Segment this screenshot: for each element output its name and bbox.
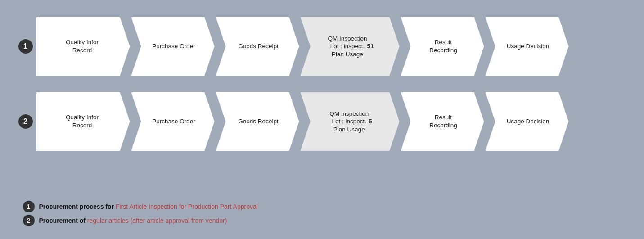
chevron-wrapper-1: Quality InforRecord Purchase Order Goods… bbox=[36, 12, 569, 81]
step-1-2: Purchase Order bbox=[131, 17, 215, 76]
step-2-3: Goods Receipt bbox=[216, 92, 299, 151]
legend-area: 1 Procurement process for First Article … bbox=[18, 197, 626, 230]
process-row-1: 1 Quality InforRecord Purchase Order Goo… bbox=[18, 12, 626, 81]
step-1-3: Goods Receipt bbox=[216, 17, 299, 76]
process-row-2: 2 Quality InforRecord Purchase Order Goo… bbox=[18, 87, 626, 157]
step-2-4: QM InspectionLot : inspect.Plan Usage 5 bbox=[301, 92, 400, 151]
legend-text-1: Procurement process for First Article In… bbox=[39, 203, 258, 210]
legend-item-2: 2 Procurement of regular articles (after… bbox=[23, 215, 621, 226]
legend-badge-1: 1 bbox=[23, 201, 35, 212]
step-1-5: ResultRecording bbox=[401, 17, 484, 76]
step-2-5: ResultRecording bbox=[401, 92, 484, 151]
diagram-container: 1 Quality InforRecord Purchase Order Goo… bbox=[9, 5, 635, 234]
badge-1: 1 bbox=[18, 39, 33, 54]
step-1-6: Usage Decision bbox=[486, 17, 569, 76]
step-1-4: QM InspectionLot : inspect.Plan Usage 51 bbox=[301, 17, 400, 76]
legend-highlight-1: First Article Inspection for Production … bbox=[116, 203, 258, 210]
legend-text-2: Procurement of regular articles (after a… bbox=[39, 217, 227, 224]
rows-area: 1 Quality InforRecord Purchase Order Goo… bbox=[18, 12, 626, 193]
chevron-wrapper-2: Quality InforRecord Purchase Order Goods… bbox=[36, 87, 569, 157]
step-2-2: Purchase Order bbox=[131, 92, 215, 151]
badge-2: 2 bbox=[18, 114, 33, 129]
legend-item-1: 1 Procurement process for First Article … bbox=[23, 201, 621, 212]
step-2-1: Quality InforRecord bbox=[36, 92, 130, 151]
legend-badge-2: 2 bbox=[23, 215, 35, 226]
legend-highlight-2: regular articles (after article approval… bbox=[87, 217, 227, 224]
step-2-6: Usage Decision bbox=[486, 92, 569, 151]
step-1-1: Quality InforRecord bbox=[36, 17, 130, 76]
